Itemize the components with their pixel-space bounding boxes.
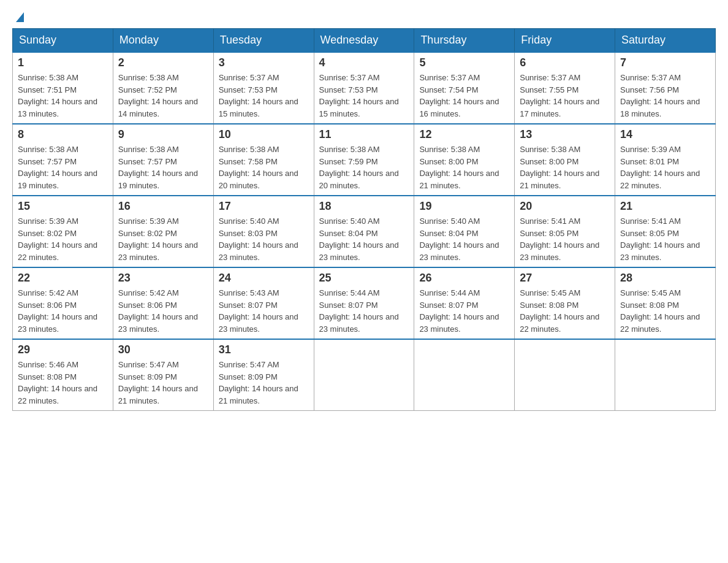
- logo: [12, 12, 24, 22]
- day-number: 16: [118, 200, 208, 213]
- day-number: 4: [319, 56, 409, 69]
- day-info: Sunrise: 5:42 AMSunset: 8:06 PMDaylight:…: [118, 287, 208, 335]
- calendar-cell: 19Sunrise: 5:40 AMSunset: 8:04 PMDayligh…: [414, 196, 515, 267]
- weekday-header-monday: Monday: [113, 29, 213, 53]
- calendar-week-row: 29Sunrise: 5:46 AMSunset: 8:08 PMDayligh…: [13, 339, 716, 411]
- day-number: 5: [419, 56, 509, 69]
- day-info: Sunrise: 5:39 AMSunset: 8:02 PMDaylight:…: [18, 215, 108, 263]
- calendar-cell: 9Sunrise: 5:38 AMSunset: 7:57 PMDaylight…: [113, 124, 213, 196]
- calendar-cell: [615, 339, 716, 411]
- day-info: Sunrise: 5:46 AMSunset: 8:08 PMDaylight:…: [18, 359, 108, 407]
- calendar-cell: [414, 339, 515, 411]
- day-number: 28: [620, 272, 710, 285]
- calendar-cell: 8Sunrise: 5:38 AMSunset: 7:57 PMDaylight…: [13, 124, 113, 196]
- day-number: 14: [620, 128, 710, 141]
- day-number: 3: [219, 56, 309, 69]
- day-number: 23: [118, 272, 208, 285]
- day-number: 25: [319, 272, 409, 285]
- day-number: 11: [319, 128, 409, 141]
- day-info: Sunrise: 5:41 AMSunset: 8:05 PMDaylight:…: [620, 215, 710, 263]
- day-info: Sunrise: 5:38 AMSunset: 7:59 PMDaylight:…: [319, 144, 409, 191]
- day-number: 7: [620, 56, 710, 69]
- calendar-cell: 18Sunrise: 5:40 AMSunset: 8:04 PMDayligh…: [314, 196, 414, 267]
- day-info: Sunrise: 5:43 AMSunset: 8:07 PMDaylight:…: [219, 287, 309, 335]
- calendar-cell: 16Sunrise: 5:39 AMSunset: 8:02 PMDayligh…: [113, 196, 213, 267]
- day-number: 12: [419, 128, 509, 141]
- day-number: 22: [18, 272, 108, 285]
- calendar-week-row: 15Sunrise: 5:39 AMSunset: 8:02 PMDayligh…: [13, 196, 716, 267]
- calendar-cell: 13Sunrise: 5:38 AMSunset: 8:00 PMDayligh…: [515, 124, 615, 196]
- day-info: Sunrise: 5:37 AMSunset: 7:53 PMDaylight:…: [219, 72, 309, 120]
- day-info: Sunrise: 5:38 AMSunset: 7:51 PMDaylight:…: [18, 72, 108, 120]
- weekday-header-friday: Friday: [515, 29, 615, 53]
- day-info: Sunrise: 5:37 AMSunset: 7:53 PMDaylight:…: [319, 72, 409, 120]
- calendar-cell: 6Sunrise: 5:37 AMSunset: 7:55 PMDaylight…: [515, 52, 615, 124]
- day-info: Sunrise: 5:41 AMSunset: 8:05 PMDaylight:…: [520, 215, 610, 263]
- calendar-cell: 20Sunrise: 5:41 AMSunset: 8:05 PMDayligh…: [515, 196, 615, 267]
- day-info: Sunrise: 5:45 AMSunset: 8:08 PMDaylight:…: [520, 287, 610, 335]
- day-number: 9: [118, 128, 208, 141]
- day-info: Sunrise: 5:38 AMSunset: 7:57 PMDaylight:…: [18, 144, 108, 191]
- day-info: Sunrise: 5:44 AMSunset: 8:07 PMDaylight:…: [319, 287, 409, 335]
- calendar-cell: [314, 339, 414, 411]
- day-info: Sunrise: 5:47 AMSunset: 8:09 PMDaylight:…: [118, 359, 208, 407]
- page-header: [12, 12, 716, 22]
- day-number: 15: [18, 200, 108, 213]
- day-number: 17: [219, 200, 309, 213]
- day-number: 2: [118, 56, 208, 69]
- calendar-cell: 29Sunrise: 5:46 AMSunset: 8:08 PMDayligh…: [13, 339, 113, 411]
- calendar-cell: 14Sunrise: 5:39 AMSunset: 8:01 PMDayligh…: [615, 124, 716, 196]
- calendar-cell: [515, 339, 615, 411]
- calendar-cell: 26Sunrise: 5:44 AMSunset: 8:07 PMDayligh…: [414, 267, 515, 339]
- day-number: 10: [219, 128, 309, 141]
- calendar-cell: 10Sunrise: 5:38 AMSunset: 7:58 PMDayligh…: [213, 124, 314, 196]
- day-number: 13: [520, 128, 610, 141]
- day-number: 18: [319, 200, 409, 213]
- day-number: 29: [18, 343, 108, 356]
- weekday-header-thursday: Thursday: [414, 29, 515, 53]
- calendar-week-row: 1Sunrise: 5:38 AMSunset: 7:51 PMDaylight…: [13, 52, 716, 124]
- calendar-cell: 15Sunrise: 5:39 AMSunset: 8:02 PMDayligh…: [13, 196, 113, 267]
- calendar-cell: 12Sunrise: 5:38 AMSunset: 8:00 PMDayligh…: [414, 124, 515, 196]
- calendar-cell: 28Sunrise: 5:45 AMSunset: 8:08 PMDayligh…: [615, 267, 716, 339]
- calendar-table: SundayMondayTuesdayWednesdayThursdayFrid…: [12, 28, 716, 411]
- calendar-cell: 22Sunrise: 5:42 AMSunset: 8:06 PMDayligh…: [13, 267, 113, 339]
- calendar-cell: 2Sunrise: 5:38 AMSunset: 7:52 PMDaylight…: [113, 52, 213, 124]
- calendar-cell: 4Sunrise: 5:37 AMSunset: 7:53 PMDaylight…: [314, 52, 414, 124]
- day-number: 1: [18, 56, 108, 69]
- day-info: Sunrise: 5:40 AMSunset: 8:03 PMDaylight:…: [219, 215, 309, 263]
- calendar-cell: 24Sunrise: 5:43 AMSunset: 8:07 PMDayligh…: [213, 267, 314, 339]
- day-info: Sunrise: 5:38 AMSunset: 8:00 PMDaylight:…: [520, 144, 610, 191]
- weekday-header-saturday: Saturday: [615, 29, 716, 53]
- day-info: Sunrise: 5:40 AMSunset: 8:04 PMDaylight:…: [319, 215, 409, 263]
- day-info: Sunrise: 5:38 AMSunset: 7:58 PMDaylight:…: [219, 144, 309, 191]
- day-number: 30: [118, 343, 208, 356]
- calendar-cell: 27Sunrise: 5:45 AMSunset: 8:08 PMDayligh…: [515, 267, 615, 339]
- calendar-cell: 25Sunrise: 5:44 AMSunset: 8:07 PMDayligh…: [314, 267, 414, 339]
- day-number: 20: [520, 200, 610, 213]
- day-info: Sunrise: 5:45 AMSunset: 8:08 PMDaylight:…: [620, 287, 710, 335]
- calendar-cell: 5Sunrise: 5:37 AMSunset: 7:54 PMDaylight…: [414, 52, 515, 124]
- calendar-cell: 21Sunrise: 5:41 AMSunset: 8:05 PMDayligh…: [615, 196, 716, 267]
- weekday-header-wednesday: Wednesday: [314, 29, 414, 53]
- day-number: 19: [419, 200, 509, 213]
- day-info: Sunrise: 5:39 AMSunset: 8:01 PMDaylight:…: [620, 144, 710, 191]
- day-info: Sunrise: 5:38 AMSunset: 7:52 PMDaylight:…: [118, 72, 208, 120]
- calendar-header-row: SundayMondayTuesdayWednesdayThursdayFrid…: [13, 29, 716, 53]
- calendar-cell: 31Sunrise: 5:47 AMSunset: 8:09 PMDayligh…: [213, 339, 314, 411]
- weekday-header-tuesday: Tuesday: [213, 29, 314, 53]
- day-number: 8: [18, 128, 108, 141]
- calendar-cell: 17Sunrise: 5:40 AMSunset: 8:03 PMDayligh…: [213, 196, 314, 267]
- calendar-cell: 30Sunrise: 5:47 AMSunset: 8:09 PMDayligh…: [113, 339, 213, 411]
- day-number: 24: [219, 272, 309, 285]
- day-info: Sunrise: 5:37 AMSunset: 7:56 PMDaylight:…: [620, 72, 710, 120]
- day-info: Sunrise: 5:38 AMSunset: 8:00 PMDaylight:…: [419, 144, 509, 191]
- day-number: 6: [520, 56, 610, 69]
- calendar-week-row: 8Sunrise: 5:38 AMSunset: 7:57 PMDaylight…: [13, 124, 716, 196]
- calendar-cell: 1Sunrise: 5:38 AMSunset: 7:51 PMDaylight…: [13, 52, 113, 124]
- day-info: Sunrise: 5:47 AMSunset: 8:09 PMDaylight:…: [219, 359, 309, 407]
- day-info: Sunrise: 5:38 AMSunset: 7:57 PMDaylight:…: [118, 144, 208, 191]
- weekday-header-sunday: Sunday: [13, 29, 113, 53]
- calendar-cell: 3Sunrise: 5:37 AMSunset: 7:53 PMDaylight…: [213, 52, 314, 124]
- calendar-cell: 7Sunrise: 5:37 AMSunset: 7:56 PMDaylight…: [615, 52, 716, 124]
